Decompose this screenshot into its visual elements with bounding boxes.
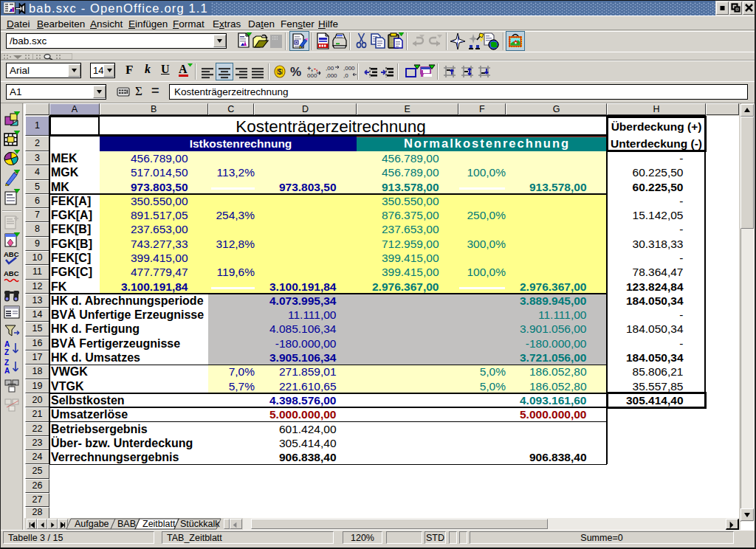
svg-text:Aufgabe: Aufgabe (75, 519, 109, 529)
svg-text:ABC: ABC (4, 269, 19, 277)
svg-text:,000: ,000 (343, 65, 355, 72)
svg-text:,00: ,00 (326, 65, 334, 72)
svg-text:Zeitblatt: Zeitblatt (142, 519, 176, 529)
svg-text:A: A (179, 63, 188, 75)
svg-text:000: 000 (307, 72, 317, 79)
svg-text:$: $ (278, 68, 282, 76)
svg-text:BAB: BAB (117, 519, 136, 529)
svg-text:-,: -, (314, 65, 318, 72)
svg-text:Z: Z (4, 359, 9, 367)
svg-text:%: % (290, 65, 301, 79)
svg-text:A: A (4, 340, 10, 348)
svg-text:+,: +, (307, 65, 313, 72)
svg-text:ABC: ABC (4, 250, 19, 258)
svg-text:,000: ,000 (326, 72, 337, 79)
svg-text:Stückkalk: Stückkalk (180, 519, 220, 529)
svg-text:,0: ,0 (343, 72, 348, 79)
svg-text:A: A (4, 367, 10, 375)
svg-text:Z: Z (4, 348, 9, 356)
